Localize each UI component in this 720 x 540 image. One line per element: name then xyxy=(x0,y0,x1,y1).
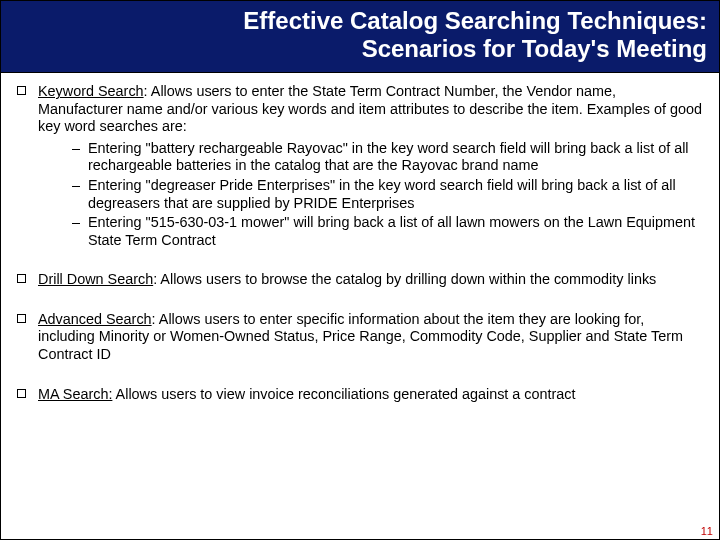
square-bullet-icon xyxy=(17,274,26,283)
bullet-drill-down-search: Drill Down Search: Allows users to brows… xyxy=(17,271,703,289)
dash-icon: – xyxy=(72,140,86,158)
square-bullet-icon xyxy=(17,86,26,95)
sub-bullet: – Entering "515-630-03-1 mower" will bri… xyxy=(72,214,703,249)
slide: Effective Catalog Searching Techniques: … xyxy=(0,0,720,540)
bullet-text: Keyword Search: Allows users to enter th… xyxy=(38,83,703,251)
square-bullet-icon xyxy=(17,314,26,323)
bullet-desc: : Allows users to browse the catalog by … xyxy=(153,271,656,287)
bullet-text: Advanced Search: Allows users to enter s… xyxy=(38,311,703,364)
bullet-label: Drill Down Search xyxy=(38,271,153,287)
sub-list: – Entering "battery rechargeable Rayovac… xyxy=(38,140,703,249)
bullet-advanced-search: Advanced Search: Allows users to enter s… xyxy=(17,311,703,364)
square-bullet-icon xyxy=(17,389,26,398)
slide-body: Keyword Search: Allows users to enter th… xyxy=(1,73,719,403)
sub-bullet: – Entering "degreaser Pride Enterprises"… xyxy=(72,177,703,212)
bullet-label: MA Search: xyxy=(38,386,112,402)
bullet-text: Drill Down Search: Allows users to brows… xyxy=(38,271,703,289)
page-number: 11 xyxy=(701,525,713,537)
bullet-label: Keyword Search xyxy=(38,83,144,99)
title-banner: Effective Catalog Searching Techniques: … xyxy=(1,1,719,73)
title-line-2: Scenarios for Today's Meeting xyxy=(13,35,707,63)
dash-icon: – xyxy=(72,177,86,195)
sub-text: Entering "degreaser Pride Enterprises" i… xyxy=(88,177,703,212)
bullet-ma-search: MA Search: Allows users to view invoice … xyxy=(17,386,703,404)
dash-icon: – xyxy=(72,214,86,232)
sub-bullet: – Entering "battery rechargeable Rayovac… xyxy=(72,140,703,175)
title-line-1: Effective Catalog Searching Techniques: xyxy=(13,7,707,35)
bullet-desc: Allows users to view invoice reconciliat… xyxy=(112,386,575,402)
sub-text: Entering "battery rechargeable Rayovac" … xyxy=(88,140,703,175)
bullet-label: Advanced Search xyxy=(38,311,152,327)
bullet-text: MA Search: Allows users to view invoice … xyxy=(38,386,703,404)
bullet-keyword-search: Keyword Search: Allows users to enter th… xyxy=(17,83,703,251)
sub-text: Entering "515-630-03-1 mower" will bring… xyxy=(88,214,703,249)
